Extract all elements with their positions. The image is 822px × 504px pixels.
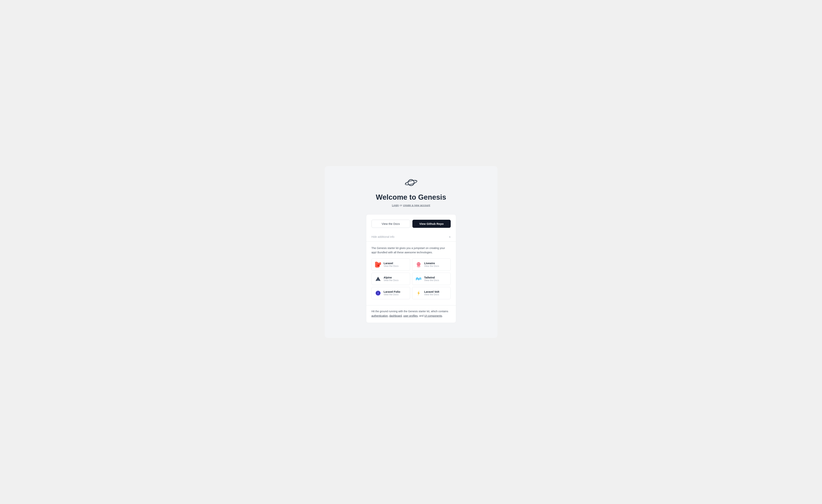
page-wrapper: Welcome to Genesis Login or create a new… xyxy=(325,166,497,338)
svg-point-9 xyxy=(419,264,420,264)
svg-point-2 xyxy=(415,180,416,181)
tailwind-name: Tailwind xyxy=(424,276,439,279)
authentication-link[interactable]: authentication xyxy=(372,314,388,317)
folio-name: Laravel Folio xyxy=(384,290,400,293)
dashboard-link[interactable]: dashboard xyxy=(389,314,402,317)
buttons-row: View the Docs View Github Repo xyxy=(366,214,456,232)
alpine-info: Alpine View the Docs xyxy=(384,276,399,282)
volt-icon xyxy=(415,290,422,297)
tailwind-info: Tailwind View the Docs xyxy=(424,276,439,282)
folio-icon xyxy=(375,290,381,297)
view-docs-button[interactable]: View the Docs xyxy=(372,220,410,228)
tailwind-card[interactable]: Tailwind View the Docs xyxy=(412,273,451,285)
alpine-card[interactable]: Alpine View the Docs xyxy=(372,273,410,285)
laravel-icon xyxy=(375,261,381,268)
chevron-up-icon: ∧ xyxy=(449,235,451,238)
laravel-info: Laravel View the Docs xyxy=(384,262,399,268)
laravel-name: Laravel xyxy=(384,262,399,265)
alpine-icon xyxy=(375,276,381,282)
folio-info: Laravel Folio View the Docs xyxy=(384,290,400,296)
folio-docs-link: View the Docs xyxy=(384,293,400,296)
footer-text: Hit the ground running with the Genesis … xyxy=(372,309,451,318)
folio-card[interactable]: Laravel Folio View the Docs xyxy=(372,287,410,299)
livewire-docs-link: View the Docs xyxy=(424,265,439,268)
svg-point-3 xyxy=(416,182,417,182)
livewire-name: Livewire xyxy=(424,262,439,265)
page-title: Welcome to Genesis xyxy=(376,193,446,201)
volt-name: Laravel Volt xyxy=(424,290,439,293)
svg-marker-17 xyxy=(417,291,420,296)
signup-link[interactable]: create a new account xyxy=(403,203,430,207)
additional-info-text: The Genesis starter kit gives you a jump… xyxy=(372,246,451,255)
footer-section: Hit the ground running with the Genesis … xyxy=(366,305,456,323)
svg-point-4 xyxy=(405,183,406,184)
svg-point-16 xyxy=(378,291,378,292)
svg-point-5 xyxy=(417,262,420,266)
livewire-icon xyxy=(415,261,422,268)
collapsible-header[interactable]: Hide additional info ∧ xyxy=(366,232,456,241)
svg-point-8 xyxy=(418,264,418,264)
view-github-button[interactable]: View Github Repo xyxy=(412,220,451,228)
alpine-name: Alpine xyxy=(384,276,399,279)
additional-info-section: The Genesis starter kit gives you a jump… xyxy=(366,241,456,304)
user-profiles-link[interactable]: user profiles xyxy=(403,314,418,317)
svg-point-1 xyxy=(405,179,417,186)
tech-grid: Laravel View the Docs xyxy=(372,259,451,299)
subtitle: Login or create a new account xyxy=(392,203,430,207)
footer-and: and xyxy=(419,314,424,317)
livewire-card[interactable]: Livewire View the Docs xyxy=(412,259,451,271)
tailwind-icon xyxy=(415,276,422,282)
livewire-info: Livewire View the Docs xyxy=(424,262,439,268)
laravel-docs-link: View the Docs xyxy=(384,265,399,268)
footer-text-before: Hit the ground running with the Genesis … xyxy=(372,310,448,313)
subtitle-separator: or xyxy=(400,203,403,207)
login-link[interactable]: Login xyxy=(392,203,399,207)
logo xyxy=(404,177,418,188)
alpine-docs-link: View the Docs xyxy=(384,279,399,282)
volt-docs-link: View the Docs xyxy=(424,293,439,296)
ui-components-link[interactable]: UI components xyxy=(424,314,442,317)
collapsible-label: Hide additional info xyxy=(372,235,394,238)
tailwind-docs-link: View the Docs xyxy=(424,279,439,282)
volt-card[interactable]: Laravel Volt View the Docs xyxy=(412,287,451,299)
laravel-card[interactable]: Laravel View the Docs xyxy=(372,259,410,271)
main-card: View the Docs View Github Repo Hide addi… xyxy=(366,214,456,323)
volt-info: Laravel Volt View the Docs xyxy=(424,290,439,296)
